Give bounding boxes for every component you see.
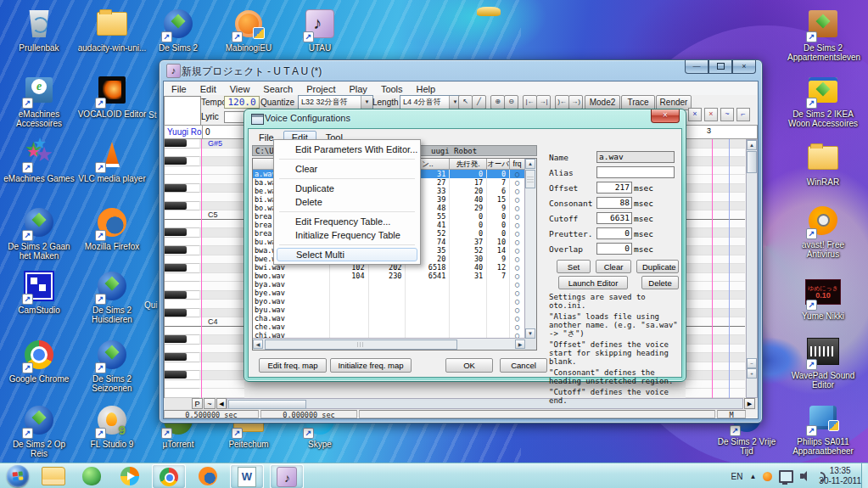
tray-chevron-icon[interactable]: ▲ (749, 473, 756, 480)
taskbar-button-explorer[interactable] (37, 464, 70, 487)
black-key[interactable] (165, 228, 187, 236)
menu-item-edit-parameters-with-editor[interactable]: Edit Parameters With Editor... (277, 143, 417, 156)
piano-white-key-row[interactable] (165, 220, 200, 229)
piano-white-key-row[interactable] (165, 210, 200, 220)
next-note-icon[interactable]: →) (568, 95, 583, 109)
maximize-button[interactable] (708, 60, 732, 74)
desktop-icon-google-chrome[interactable]: ↗Google Chrome (3, 336, 75, 384)
utau-menu-search[interactable]: Search (256, 84, 300, 94)
quantize-select[interactable]: L32 32分音符 ▼ (298, 95, 373, 109)
piano-white-key-row[interactable] (165, 345, 200, 354)
table-row[interactable]: byu.wav○ (253, 306, 525, 314)
desktop-icon-de-sims-2-appartementsleven[interactable]: ↗De Sims 2 Appartementsleven (787, 5, 859, 62)
black-key[interactable] (165, 335, 187, 343)
jump-end-icon[interactable]: →| (536, 95, 551, 109)
taskbar-button-utau[interactable] (270, 464, 304, 488)
network-icon[interactable] (779, 470, 793, 483)
taskbar-button-word[interactable] (230, 464, 264, 488)
table-horizontal-scrollbar[interactable]: ◀ ▶ (253, 338, 525, 350)
pen-tool-icon[interactable]: ╱ (472, 95, 486, 109)
set-button[interactable]: Set (557, 260, 591, 273)
desktop-icon-winrar[interactable]: WinRAR (787, 139, 859, 187)
black-key[interactable] (165, 291, 187, 299)
piano-black-key-row[interactable] (165, 139, 200, 149)
utau-menu-project[interactable]: Project (300, 84, 342, 94)
piano-white-key-row[interactable] (165, 175, 200, 184)
piano-white-key-row[interactable] (165, 166, 200, 176)
piano-white-key-row[interactable] (165, 255, 200, 265)
column-header-frq[interactable]: frq (510, 159, 525, 170)
column-header-item[interactable]: 先行発. (450, 159, 487, 170)
black-key[interactable] (165, 139, 187, 147)
black-key[interactable] (165, 202, 187, 210)
desktop-icon-de-sims-2-gaan-het-maken[interactable]: ↗De Sims 2 Gaan het Maken (3, 204, 75, 261)
scrollbar-thumb[interactable] (525, 170, 535, 188)
dialog-titlebar[interactable]: Voice Configurations × (244, 109, 686, 130)
zoom-out-icon[interactable]: ⊖ (504, 95, 518, 109)
desktop-icon-avast-free-antivirus[interactable]: ↗avast! Free Antivirus (787, 202, 859, 259)
desktop-icon-vocaloid-editor[interactable]: ↗VOCALOID Editor (76, 71, 148, 119)
taskbar-button-messenger[interactable] (76, 464, 108, 487)
desktop-icon-yume-nikki[interactable]: ゆめにっき0.10↗Yume Nikki (787, 273, 859, 321)
piano-roll-grid-left[interactable]: G#5C5C4 (199, 139, 244, 398)
track-name[interactable]: Yuugi Robot (164, 125, 204, 139)
table-row[interactable]: bwo.wav1042306541317○ (253, 272, 525, 280)
pitch-tool-3-icon[interactable]: ~ (720, 108, 734, 121)
menu-item-duplicate[interactable]: Duplicate (277, 182, 417, 195)
piano-white-key-row[interactable] (165, 300, 200, 309)
pitch-p-button[interactable]: P (192, 398, 203, 409)
black-key[interactable] (165, 157, 187, 165)
tempo-input[interactable]: 120.0 (224, 96, 260, 109)
delete-button[interactable]: Delete (641, 276, 679, 289)
ok-button[interactable]: OK (445, 358, 493, 373)
desktop-icon-de-sims-2-op-reis[interactable]: ↗De Sims 2 Op Reis (3, 401, 75, 458)
scroll-down-icon[interactable]: ▼ (525, 328, 535, 339)
scrollbar-thumb[interactable] (747, 151, 757, 173)
piano-black-key-row[interactable] (165, 228, 200, 238)
clear-button[interactable]: Clear (596, 260, 631, 273)
desktop-icon-de-sims-2-ikea-woon-accessoires[interactable]: ↗De Sims 2 IKEA Woon Accessoires (787, 71, 859, 128)
piano-black-key-row[interactable] (165, 157, 200, 166)
taskbar-button-media-player[interactable] (114, 464, 146, 487)
chevron-down-icon[interactable]: ▼ (361, 96, 372, 109)
table-row[interactable]: che.wav○ (253, 323, 525, 331)
piano-black-key-row[interactable] (165, 371, 200, 380)
column-header-item[interactable]: オーバ.. (487, 159, 510, 170)
piano-black-key-row[interactable] (165, 291, 200, 300)
scroll-right-icon[interactable]: ▶ (744, 398, 755, 409)
desktop-icon-camstudio[interactable]: ↗CamStudio (3, 267, 75, 315)
black-key[interactable] (165, 264, 187, 272)
prev-note-icon[interactable]: )← (555, 95, 569, 109)
vertical-scrollbar[interactable]: ▲ − + (746, 139, 758, 398)
taskbar-button-firefox[interactable] (192, 464, 224, 487)
piano-white-key-row[interactable] (165, 317, 200, 327)
scrollbar-thumb[interactable] (228, 400, 306, 409)
piano-white-key-row[interactable] (165, 273, 200, 283)
desktop-icon-emachines-accessoires[interactable]: ↗eMachines Accessoires (3, 71, 75, 128)
launch-editor-button[interactable]: Launch Editor (558, 276, 628, 289)
desktop-icon-de-sims-2-seizoenen[interactable]: ↗De Sims 2 Seizoenen (76, 336, 148, 393)
preutter-input[interactable]: 0 (596, 227, 632, 239)
desktop-icon-philips-sa011-apparaatbeheer[interactable]: ↗Philips SA011 Apparaatbeheer (787, 399, 859, 456)
utau-titlebar[interactable]: ♪ 新規プロジェクト - U T A U (*) — × (160, 60, 762, 81)
scroll-left-icon[interactable]: ◀ (253, 339, 263, 349)
consonant-input[interactable]: 88 (596, 197, 632, 209)
zoom-minus-button[interactable]: − (747, 358, 757, 368)
piano-white-key-row[interactable] (165, 149, 200, 158)
piano-black-key-row[interactable] (165, 184, 200, 194)
desktop-icon-audacity-win-uni[interactable]: audacity-win-uni... (76, 5, 148, 53)
start-button[interactable] (7, 465, 29, 487)
scroll-up-icon[interactable]: ▲ (747, 140, 757, 150)
desktop-icon-fl-studio-9[interactable]: ↗FL Studio 9 (76, 401, 148, 449)
desktop-icon-vlc-media-player[interactable]: ↗VLC media player (76, 136, 148, 183)
black-key[interactable] (165, 246, 187, 254)
piano-white-key-row[interactable] (165, 362, 200, 372)
piano-white-key-row[interactable] (165, 238, 200, 247)
language-indicator[interactable]: EN (731, 472, 743, 481)
piano-black-key-row[interactable] (165, 246, 200, 255)
utau-menu-play[interactable]: Play (342, 84, 373, 94)
piano-black-key-row[interactable] (165, 202, 200, 211)
duplicate-button[interactable]: Duplicate (636, 260, 679, 273)
black-key[interactable] (165, 353, 187, 361)
scroll-left-icon[interactable]: ◀ (216, 398, 227, 409)
